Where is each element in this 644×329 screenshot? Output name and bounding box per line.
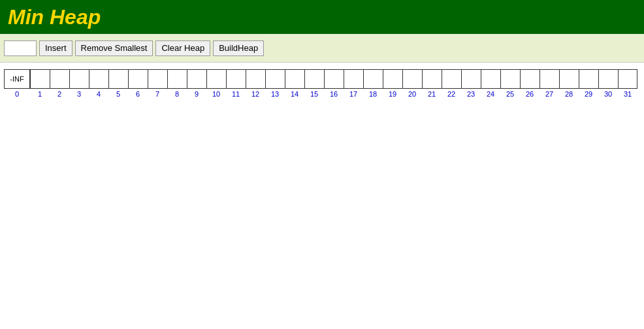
cell-wrapper-23: 23	[461, 69, 481, 98]
cell-index-14: 14	[285, 90, 304, 98]
cell-index-27: 27	[539, 90, 559, 98]
cell-index-26: 26	[520, 90, 539, 98]
cell-index-2: 2	[50, 90, 69, 98]
cell-index-20: 20	[402, 90, 422, 98]
cell-index-17: 17	[344, 90, 363, 98]
array-cell-23	[461, 69, 481, 89]
array-cell-7	[148, 69, 167, 89]
cell-wrapper-12: 12	[246, 69, 265, 98]
cell-wrapper-26: 26	[520, 69, 539, 98]
cell-wrapper-20: 20	[402, 69, 422, 98]
cell-index-5: 5	[108, 90, 128, 98]
cell-index-21: 21	[422, 90, 442, 98]
cell-index-25: 25	[500, 90, 520, 98]
array-cell-4	[89, 69, 108, 89]
cell-wrapper-31: 31	[618, 69, 637, 98]
cell-index-23: 23	[461, 90, 481, 98]
cell-index-7: 7	[148, 90, 167, 98]
array-cell-1	[30, 69, 50, 89]
cell-wrapper-2: 2	[50, 69, 69, 98]
cell-index-4: 4	[89, 90, 108, 98]
cell-index-31: 31	[618, 90, 637, 98]
cell-wrapper-7: 7	[148, 69, 167, 98]
cell-wrapper-0: -INF0	[4, 69, 30, 98]
build-heap-button[interactable]: BuildHeap	[213, 40, 264, 56]
array-cell-20	[402, 69, 422, 89]
array-cells: -INF012345678910111213141516171819202122…	[4, 69, 637, 98]
cell-index-11: 11	[226, 90, 246, 98]
array-cell-15	[304, 69, 324, 89]
array-cell-2	[50, 69, 69, 89]
cell-wrapper-30: 30	[598, 69, 618, 98]
cell-wrapper-6: 6	[128, 69, 148, 98]
cell-wrapper-16: 16	[324, 69, 344, 98]
array-cell-16	[324, 69, 344, 89]
array-cell-28	[559, 69, 579, 89]
cell-index-22: 22	[442, 90, 461, 98]
array-cell-29	[579, 69, 598, 89]
cell-wrapper-29: 29	[579, 69, 598, 98]
clear-heap-button[interactable]: Clear Heap	[155, 40, 210, 56]
header: Min Heap	[0, 0, 644, 34]
cell-wrapper-19: 19	[383, 69, 402, 98]
cell-wrapper-25: 25	[500, 69, 520, 98]
cell-wrapper-15: 15	[304, 69, 324, 98]
cell-wrapper-9: 9	[187, 69, 206, 98]
cell-wrapper-21: 21	[422, 69, 442, 98]
array-area: -INF012345678910111213141516171819202122…	[0, 63, 644, 104]
array-cell-19	[383, 69, 402, 89]
array-cell-24	[481, 69, 500, 89]
cell-index-15: 15	[304, 90, 324, 98]
cell-wrapper-13: 13	[265, 69, 285, 98]
cell-wrapper-18: 18	[363, 69, 383, 98]
cell-index-12: 12	[246, 90, 265, 98]
page-title: Min Heap	[8, 5, 101, 29]
array-cell-14	[285, 69, 304, 89]
cell-index-10: 10	[206, 90, 226, 98]
array-cell-10	[206, 69, 226, 89]
cell-index-3: 3	[69, 90, 89, 98]
cell-index-29: 29	[579, 90, 598, 98]
array-container: -INF012345678910111213141516171819202122…	[4, 69, 640, 98]
cell-wrapper-1: 1	[30, 69, 50, 98]
array-cell-12	[246, 69, 265, 89]
cell-wrapper-5: 5	[108, 69, 128, 98]
cell-wrapper-22: 22	[442, 69, 461, 98]
array-cell-27	[539, 69, 559, 89]
cell-wrapper-24: 24	[481, 69, 500, 98]
array-cell-0: -INF	[4, 69, 30, 89]
cell-index-13: 13	[265, 90, 285, 98]
cell-wrapper-4: 4	[89, 69, 108, 98]
array-cell-26	[520, 69, 539, 89]
array-cell-22	[442, 69, 461, 89]
insert-button[interactable]: Insert	[39, 40, 72, 56]
cell-index-16: 16	[324, 90, 344, 98]
array-cell-31	[618, 69, 637, 89]
cell-index-8: 8	[167, 90, 187, 98]
cell-wrapper-28: 28	[559, 69, 579, 98]
cell-wrapper-8: 8	[167, 69, 187, 98]
array-cell-9	[187, 69, 206, 89]
array-cell-17	[344, 69, 363, 89]
array-cell-21	[422, 69, 442, 89]
array-cell-30	[598, 69, 618, 89]
cell-index-18: 18	[363, 90, 383, 98]
cell-index-30: 30	[598, 90, 618, 98]
cell-index-1: 1	[30, 90, 50, 98]
cell-wrapper-3: 3	[69, 69, 89, 98]
cell-wrapper-27: 27	[539, 69, 559, 98]
cell-index-19: 19	[383, 90, 402, 98]
cell-index-9: 9	[187, 90, 206, 98]
cell-wrapper-11: 11	[226, 69, 246, 98]
array-cell-5	[108, 69, 128, 89]
remove-smallest-button[interactable]: Remove Smallest	[75, 40, 153, 56]
array-cell-8	[167, 69, 187, 89]
array-cell-6	[128, 69, 148, 89]
cell-index-6: 6	[128, 90, 148, 98]
toolbar: Insert Remove Smallest Clear Heap BuildH…	[0, 34, 644, 63]
array-cell-25	[500, 69, 520, 89]
insert-input[interactable]	[4, 40, 37, 56]
array-cell-11	[226, 69, 246, 89]
array-cell-3	[69, 69, 89, 89]
cell-index-0: 0	[4, 90, 30, 98]
